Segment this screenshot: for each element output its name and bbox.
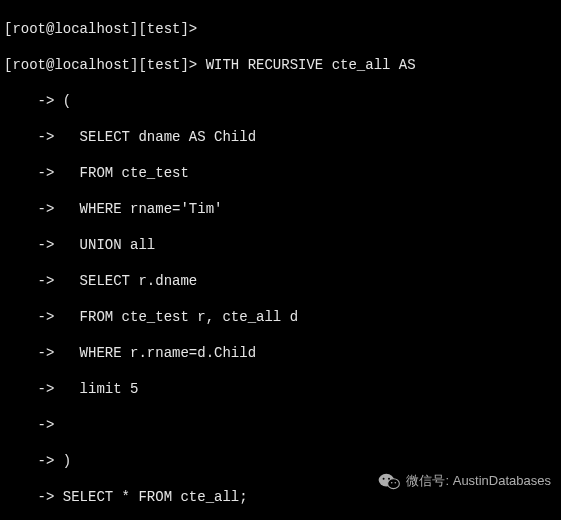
watermark-text: 微信号: AustinDatabases (406, 472, 551, 490)
sql-continuation: -> SELECT dname AS Child (4, 128, 557, 146)
sql-continuation: -> (4, 416, 557, 434)
sql-continuation: -> ) (4, 452, 557, 470)
terminal-output: [root@localhost][test]> [root@localhost]… (0, 0, 561, 520)
watermark: 微信号: AustinDatabases (378, 472, 551, 490)
prompt-text: [root@localhost][test]> (4, 57, 206, 73)
sql-continuation: -> ( (4, 92, 557, 110)
svg-point-4 (391, 482, 393, 484)
sql-continuation: -> WHERE rname='Tim' (4, 200, 557, 218)
sql-continuation: -> FROM cte_test (4, 164, 557, 182)
prompt-text: [root@localhost][test]> (4, 21, 197, 37)
svg-point-1 (388, 479, 400, 489)
sql-continuation: -> UNION all (4, 236, 557, 254)
sql-continuation: -> limit 5 (4, 380, 557, 398)
svg-point-5 (395, 482, 397, 484)
sql-command-start: WITH RECURSIVE cte_all AS (206, 57, 416, 73)
sql-continuation: -> FROM cte_test r, cte_all d (4, 308, 557, 326)
wechat-icon (378, 472, 400, 490)
sql-continuation: -> SELECT r.dname (4, 272, 557, 290)
svg-point-2 (383, 478, 385, 480)
svg-point-3 (388, 478, 390, 480)
command-line: [root@localhost][test]> WITH RECURSIVE c… (4, 56, 557, 74)
sql-continuation: -> WHERE r.rname=d.Child (4, 344, 557, 362)
sql-continuation: -> SELECT * FROM cte_all; (4, 488, 557, 506)
previous-prompt-line: [root@localhost][test]> (4, 20, 557, 38)
